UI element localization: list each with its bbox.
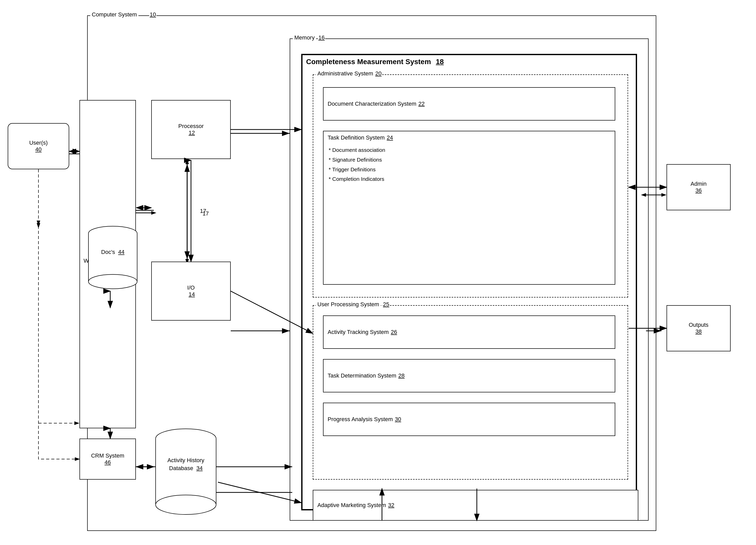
io-box: I/O 14 <box>151 261 231 321</box>
io-num: 14 <box>189 291 195 298</box>
adaptive-marketing-box: Adaptive Marketing System 32 <box>313 490 638 521</box>
crm-label: CRM System <box>91 452 124 459</box>
user-processing-num: 25 <box>382 301 390 308</box>
outputs-num: 38 <box>695 328 702 335</box>
activity-history-label-line1: Activity History <box>167 457 204 463</box>
user-processing-label: User Processing System <box>316 301 381 308</box>
task-determination-box: Task Determination System 28 <box>323 359 615 392</box>
admin-label: Admin <box>691 180 707 187</box>
cms-label: Completeness Measurement System <box>306 58 431 66</box>
progress-analysis-label: Progress Analysis System <box>328 416 393 423</box>
svg-marker-33 <box>661 193 667 197</box>
activity-tracking-box: Activity Tracking System 26 <box>323 316 615 349</box>
outputs-box: Outputs 38 <box>667 305 731 351</box>
bullet-4: * Completion Indicators <box>329 174 610 184</box>
progress-analysis-num: 30 <box>395 416 401 423</box>
admin-num: 36 <box>695 187 702 194</box>
activity-history-cylinder: Activity History Database 34 <box>154 428 218 516</box>
doc-char-num: 22 <box>418 100 425 107</box>
doc-char-label: Document Characterization System <box>328 100 416 107</box>
task-def-bullets: * Document association * Signature Defin… <box>324 143 615 186</box>
doc-char-box: Document Characterization System 22 <box>323 87 615 120</box>
task-determination-num: 28 <box>398 373 405 379</box>
adaptive-marketing-label: Adaptive Marketing System <box>317 502 386 509</box>
task-determination-label: Task Determination System <box>328 373 396 379</box>
users-label: User(s) <box>29 139 48 146</box>
task-def-box: Task Definition System 24 * Document ass… <box>323 131 615 285</box>
io-label: I/O <box>187 285 195 291</box>
users-box: User(s) 40 <box>8 123 69 169</box>
processor-label: Processor <box>178 123 204 129</box>
admin-system-num: 20 <box>375 70 382 77</box>
svg-point-41 <box>88 275 137 289</box>
admin-system-label: Administrative System <box>316 70 375 77</box>
label-17: 17 <box>203 210 209 217</box>
progress-analysis-box: Progress Analysis System 30 <box>323 403 615 436</box>
activity-history-num: 34 <box>196 465 203 471</box>
computer-system-num: 10 <box>149 11 156 18</box>
svg-point-46 <box>156 495 216 514</box>
activity-tracking-num: 26 <box>391 329 397 336</box>
outputs-label: Outputs <box>689 322 708 328</box>
activity-history-label-line2: Database <box>169 465 193 471</box>
task-def-num: 24 <box>387 134 393 141</box>
activity-tracking-label: Activity Tracking System <box>328 329 389 336</box>
crm-box: CRM System 46 <box>79 439 136 480</box>
processor-box: Processor 12 <box>151 100 231 159</box>
processor-num: 12 <box>189 129 195 136</box>
diagram: Computer System 10 Memory 16 Completenes… <box>0 0 756 545</box>
computer-system-label: Computer System <box>90 11 138 18</box>
docs-num: 44 <box>118 249 124 255</box>
docs-cylinder: Doc's 44 <box>87 226 138 290</box>
crm-num: 46 <box>105 459 111 466</box>
memory-num: 16 <box>318 34 325 41</box>
admin-box: Admin 36 <box>667 164 731 210</box>
bullet-2: * Signature Definitions <box>329 155 610 165</box>
memory-label: Memory <box>293 34 316 41</box>
bullet-1: * Document association <box>329 145 610 155</box>
cms-num: 18 <box>436 58 444 66</box>
users-num: 40 <box>35 146 42 153</box>
bullet-3: * Trigger Definitions <box>329 165 610 174</box>
task-def-label: Task Definition System <box>328 134 385 141</box>
docs-label: Doc's <box>101 249 115 255</box>
adaptive-marketing-num: 32 <box>388 502 394 509</box>
